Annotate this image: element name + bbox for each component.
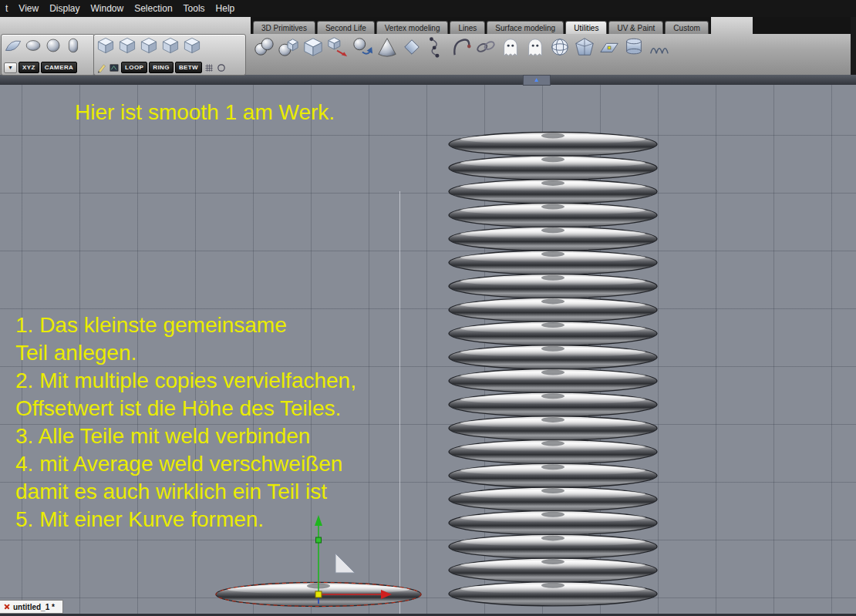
viewport[interactable]: Hier ist smooth 1 am Werk. 1. Das kleins… — [0, 85, 856, 616]
pencil-icon[interactable] — [96, 62, 107, 73]
gizmo-center-handle[interactable] — [315, 591, 322, 597]
gizmo-plane-handle[interactable] — [335, 554, 355, 573]
xyz-button[interactable]: XYZ — [19, 62, 39, 73]
menu-bar: tViewDisplayWindowSelectionToolsHelp — [0, 0, 856, 17]
selection-button-row: LOOPRINGBETW — [96, 62, 243, 73]
surface-tool-icon[interactable] — [4, 36, 22, 55]
torus-stack[interactable] — [445, 128, 661, 614]
ring-select-icon[interactable] — [216, 62, 227, 73]
taper-icon[interactable] — [399, 35, 423, 59]
grid-icon[interactable] — [204, 62, 214, 73]
show-icon[interactable] — [523, 35, 547, 59]
instruction-line: 3. Alle Teile mit weld verbinden — [15, 422, 356, 450]
prism-icon[interactable] — [572, 35, 596, 59]
toolbar-collapse-strip: ▲ — [0, 75, 856, 85]
instruction-line: damit es auch wirklich ein Teil ist — [15, 478, 356, 506]
menu-item-display[interactable]: Display — [44, 0, 85, 17]
chain-icon[interactable] — [473, 35, 497, 59]
disc-stack-icon[interactable] — [622, 35, 645, 59]
toolbar-dark-corner — [753, 17, 856, 34]
gizmo-y-arrowhead[interactable] — [315, 515, 322, 526]
loop-button[interactable]: LOOP — [121, 62, 147, 73]
instruction-line: 1. Das kleinste gemeinsame — [15, 311, 356, 339]
gizmo-y-handle[interactable] — [316, 537, 322, 543]
primitive-icon-row — [4, 36, 92, 55]
tab-second-life[interactable]: Second Life — [317, 21, 375, 34]
hide-icon[interactable] — [498, 35, 522, 59]
sphere-tool-icon[interactable] — [44, 36, 62, 55]
select-edge-icon[interactable] — [118, 36, 138, 55]
camera-button[interactable]: CAMERA — [41, 62, 78, 73]
sphere-project-icon[interactable] — [548, 35, 571, 59]
select-face-icon[interactable] — [140, 36, 160, 55]
menu-item-window[interactable]: Window — [86, 0, 130, 17]
view-button-row: ▼ XYZCAMERA — [4, 62, 92, 73]
instruction-line: Teil anlegen. — [15, 339, 356, 367]
toolbar-dark-edge — [851, 17, 856, 75]
throw-copies-icon[interactable] — [350, 35, 374, 59]
annotation-title: Hier ist smooth 1 am Werk. — [75, 100, 335, 125]
selection-icon-row — [96, 36, 243, 55]
ring-button[interactable]: RING — [149, 62, 174, 73]
instruction-line: 2. Mit multiple copies vervielfachen, — [15, 367, 356, 395]
tab-uv-paint[interactable]: UV & Paint — [608, 21, 663, 34]
collapse-arrow-icon: ▲ — [534, 77, 540, 83]
tab-3d-primitives[interactable]: 3D Primitives — [253, 21, 315, 34]
document-tab[interactable]: untitled_1 * — [0, 600, 63, 614]
select-all-icon[interactable] — [183, 36, 203, 55]
copy-on-support-icon[interactable] — [325, 35, 349, 59]
toolbar-area: 3D PrimitivesSecond LifeVertex modelingL… — [0, 17, 856, 75]
document-tab-label: untitled_1 * — [13, 603, 55, 611]
menu-item-t[interactable]: t — [0, 0, 13, 17]
cone-deform-icon[interactable] — [375, 35, 399, 59]
chevron-down-icon[interactable]: ▼ — [4, 62, 17, 73]
tab-utilities[interactable]: Utilities — [565, 21, 607, 34]
instructions: 1. Das kleinste gemeinsameTeil anlegen.2… — [15, 311, 356, 534]
select-vertex-icon[interactable] — [96, 36, 116, 55]
utilities-toolbar — [251, 35, 670, 59]
menu-item-help[interactable]: Help — [211, 0, 241, 17]
betw-button[interactable]: BETW — [175, 62, 202, 73]
swatch-icon[interactable] — [109, 62, 120, 73]
symmetry-icon[interactable] — [251, 35, 275, 59]
tab-lines[interactable]: Lines — [450, 21, 485, 34]
instruction-line: Offsetwert ist die Höhe des Teiles. — [15, 395, 356, 422]
toolbar-collapse-handle[interactable]: ▲ — [523, 75, 551, 86]
selected-torus[interactable] — [207, 509, 430, 616]
menu-item-view[interactable]: View — [13, 0, 44, 17]
primitive-panel: ▼ XYZCAMERA — [1, 34, 95, 76]
deformer-icon[interactable] — [597, 35, 621, 59]
twist-icon[interactable] — [424, 35, 448, 59]
tab-custom[interactable]: Custom — [665, 21, 708, 34]
instruction-line: 4. mit Average weld verschweißen — [15, 450, 356, 478]
multiple-copies-icon[interactable] — [301, 35, 325, 59]
bend-icon[interactable] — [449, 35, 473, 59]
tab-surface-modeling[interactable]: Surface modeling — [487, 21, 564, 34]
select-object-icon[interactable] — [161, 36, 181, 55]
tab-vertex-modeling[interactable]: Vertex modeling — [376, 21, 449, 34]
capsule-tool-icon[interactable] — [64, 36, 83, 55]
close-document-icon[interactable] — [4, 604, 10, 610]
tab-bar: 3D PrimitivesSecond LifeVertex modelingL… — [251, 17, 711, 34]
selection-panel: LOOPRINGBETW — [93, 34, 246, 76]
clone-icon[interactable] — [276, 35, 300, 59]
application-window: tViewDisplayWindowSelectionToolsHelp 3D … — [0, 0, 856, 616]
menu-item-selection[interactable]: Selection — [129, 0, 177, 17]
wave-deform-icon[interactable] — [646, 35, 670, 59]
disc-tool-icon[interactable] — [24, 36, 42, 55]
menu-item-tools[interactable]: Tools — [178, 0, 211, 17]
